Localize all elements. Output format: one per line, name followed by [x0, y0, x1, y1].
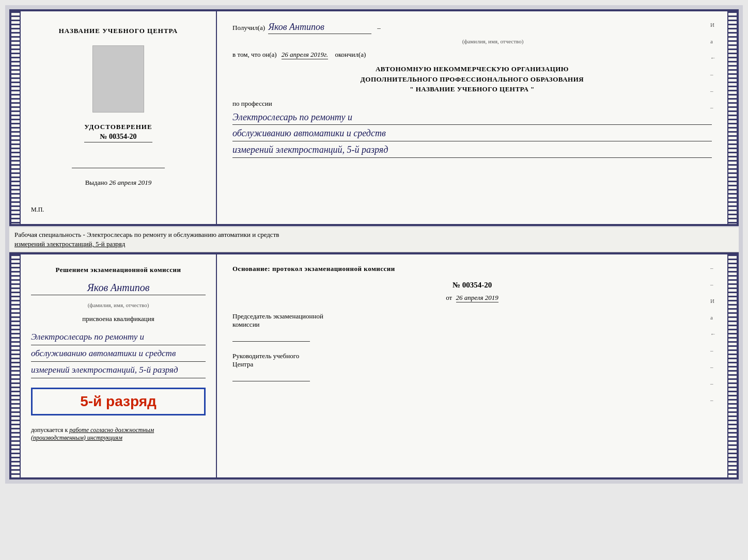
top-center-title: НАЗВАНИЕ УЧЕБНОГО ЦЕНТРА — [59, 27, 178, 35]
bc-a: а — [710, 314, 716, 321]
osnovanie-title: Основание: протокол экзаменационной коми… — [232, 265, 712, 273]
profession-block: Электрослесарь по ремонту и обслуживанию… — [232, 110, 712, 158]
fio-subtitle-top: (фамилия, имя, отчество) — [274, 38, 712, 44]
bc-dash2: – — [710, 281, 716, 287]
dopuskaetsya-text2: (производственным) инструкциям — [31, 434, 122, 441]
bottom-right-strip — [727, 254, 737, 477]
predsedatel-line1: Председатель экзаменационной — [232, 312, 712, 321]
vydano-date: 26 апреля 2019 — [109, 179, 151, 186]
vtom-label: в том, что он(а) — [232, 51, 277, 58]
middle-text-underline: измерений электростанций, 5-й разряд — [14, 240, 125, 248]
dopuskaetsya-label: допускается к — [31, 426, 68, 434]
ot-date-block: от 26 апреля 2019 — [232, 294, 712, 302]
vtom-line: в том, что он(а) 26 апреля 2019г. окончи… — [232, 51, 712, 59]
dopuskaetsya-block: допускается к работе согласно должностны… — [31, 426, 206, 442]
vtom-date: 26 апреля 2019г. — [282, 51, 328, 59]
top-document: НАЗВАНИЕ УЧЕБНОГО ЦЕНТРА УДОСТОВЕРЕНИЕ №… — [9, 9, 739, 226]
dash: – — [377, 24, 381, 32]
qualification-line3: измерений электростанций, 5-й разряд — [31, 363, 206, 378]
poluchil-label: Получил(а) — [232, 24, 265, 32]
qualification-line1: Электрослесарь по ремонту и — [31, 330, 206, 345]
top-left-panel: НАЗВАНИЕ УЧЕБНОГО ЦЕНТРА УДОСТОВЕРЕНИЕ №… — [21, 11, 217, 224]
profession-line2: обслуживанию автоматики и средств — [232, 126, 712, 141]
ot-label: от — [446, 294, 452, 301]
bottom-right-side-chars: – – И а ← – – – – — [710, 265, 716, 403]
bottom-left-strip — [11, 254, 21, 477]
char-a: а — [710, 38, 716, 44]
rukovoditel-line1: Руководитель учебного — [232, 352, 712, 360]
recipient-name: Яков Антипов — [268, 22, 371, 34]
qualification-block: Электрослесарь по ремонту и обслуживанию… — [31, 330, 206, 379]
profession-line3: измерений электростанций, 5-й разряд — [232, 142, 712, 158]
bottom-left-panel: Решением экзаменационной комиссии Яков А… — [21, 254, 217, 477]
bc-dash4: – — [710, 364, 716, 370]
page-wrapper: НАЗВАНИЕ УЧЕБНОГО ЦЕНТРА УДОСТОВЕРЕНИЕ №… — [5, 5, 743, 484]
bottom-person-name: Яков Антипов — [31, 282, 206, 295]
udostoverenie-block: УДОСТОВЕРЕНИЕ № 00354-20 — [84, 123, 152, 142]
top-right-panel: Получил(а) Яков Антипов – (фамилия, имя,… — [217, 11, 727, 224]
rukovoditel-line2: Центра — [232, 360, 712, 369]
char-arrow: ← — [710, 55, 716, 61]
po-professii-label: по профессии — [232, 100, 712, 108]
char-dash2: – — [710, 88, 716, 94]
char-i: И — [710, 22, 716, 28]
receiver-line: Получил(а) Яков Антипов – — [232, 22, 712, 34]
char-dash3: – — [710, 104, 716, 110]
bc-arrow: ← — [710, 331, 716, 337]
photo-placeholder — [92, 45, 144, 113]
udostoverenie-label: УДОСТОВЕРЕНИЕ — [84, 123, 152, 131]
okonchil-label: окончил(а) — [335, 51, 366, 58]
bc-i: И — [710, 298, 716, 304]
resheniem-title: Решением экзаменационной комиссии — [31, 265, 206, 275]
org-name-block: АВТОНОМНУЮ НЕКОММЕРЧЕСКУЮ ОРГАНИЗАЦИЮ ДО… — [232, 64, 712, 94]
org-line3: " НАЗВАНИЕ УЧЕБНОГО ЦЕНТРА " — [232, 84, 712, 94]
protocol-number: № 00354-20 — [232, 281, 712, 290]
ot-date: 26 апреля 2019 — [456, 294, 498, 302]
bc-dash5: – — [710, 380, 716, 387]
right-side-chars: И а ← – – – — [710, 22, 716, 110]
middle-text-main: Рабочая специальность - Электрослесарь п… — [14, 231, 279, 238]
left-decorative-strip — [11, 11, 21, 224]
rukovoditel-signature-line — [232, 371, 310, 381]
udostoverenie-number: № 00354-20 — [84, 133, 152, 142]
mp-label: М.П. — [31, 206, 44, 214]
bottom-right-panel: Основание: протокол экзаменационной коми… — [217, 254, 727, 477]
vydano-block: Выдано 26 апреля 2019 — [85, 179, 152, 187]
predsedatel-line2: комиссии — [232, 321, 712, 329]
org-line1: АВТОНОМНУЮ НЕКОММЕРЧЕСКУЮ ОРГАНИЗАЦИЮ — [232, 64, 712, 74]
middle-text-strip: Рабочая специальность - Электрослесарь п… — [9, 227, 739, 252]
razryad-big-text: 5-й разряд — [40, 393, 196, 410]
rukovoditel-block: Руководитель учебного Центра — [232, 352, 712, 381]
razryad-badge: 5-й разряд — [31, 388, 206, 415]
qualification-line2: обслуживанию автоматики и средств — [31, 346, 206, 362]
profession-line1: Электрослесарь по ремонту и — [232, 110, 712, 125]
bottom-document: Решением экзаменационной комиссии Яков А… — [9, 252, 739, 479]
vydano-label: Выдано — [85, 179, 107, 186]
predsedatel-block: Председатель экзаменационной комиссии — [232, 312, 712, 342]
bc-dash3: – — [710, 347, 716, 354]
prisvoena-label: присвоена квалификация — [31, 315, 206, 323]
predsedatel-signature-line — [232, 331, 310, 342]
bottom-fio-subtitle: (фамилия, имя, отчество) — [31, 302, 206, 308]
bc-dash1: – — [710, 265, 716, 271]
char-dash1: – — [710, 71, 716, 77]
right-decorative-strip — [727, 11, 737, 224]
top-signature-line — [72, 153, 165, 168]
bc-dash6: – — [710, 397, 716, 403]
org-line2: ДОПОЛНИТЕЛЬНОГО ПРОФЕССИОНАЛЬНОГО ОБРАЗО… — [232, 74, 712, 85]
dopuskaetsya-text: работе согласно должностным — [69, 426, 154, 434]
